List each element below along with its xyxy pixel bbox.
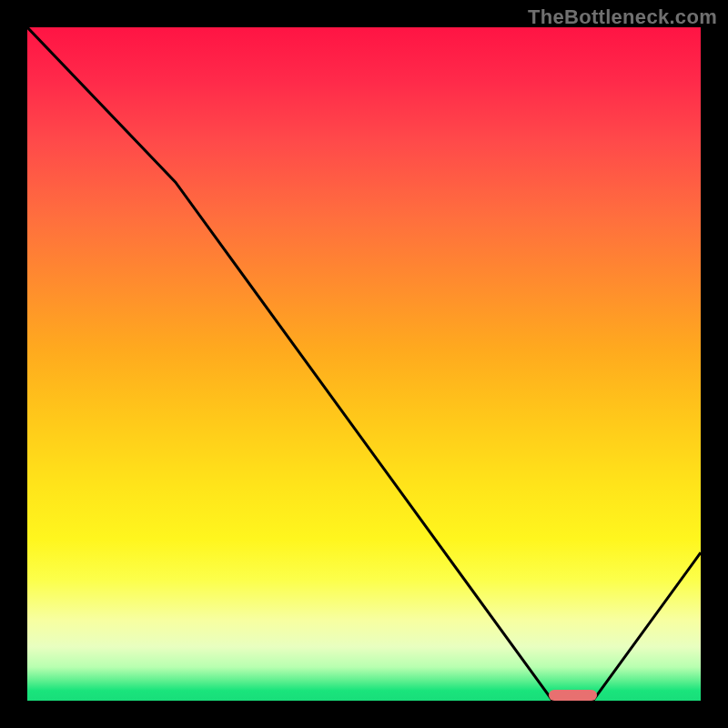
- optimal-marker: [549, 690, 596, 701]
- chart-frame: TheBottleneck.com: [0, 0, 728, 728]
- plot-area: [27, 27, 701, 701]
- background-gradient: [27, 27, 701, 701]
- watermark-text: TheBottleneck.com: [528, 5, 717, 29]
